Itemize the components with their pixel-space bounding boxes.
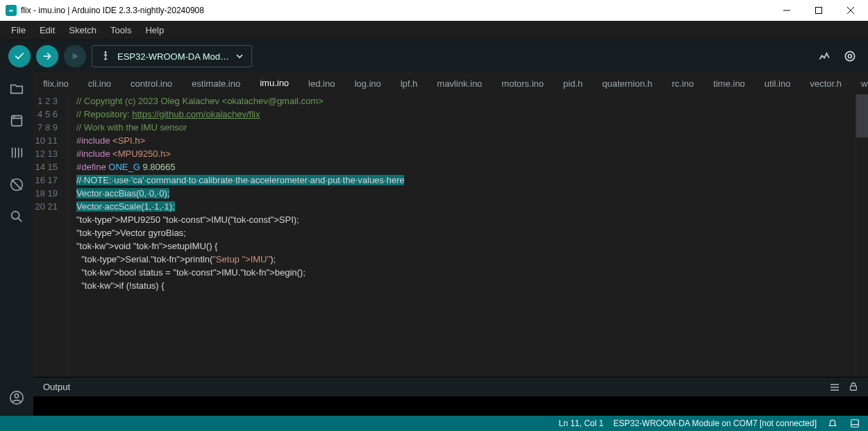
tab-motors[interactable]: motors.ino <box>492 72 553 94</box>
sketchbook-icon[interactable] <box>7 79 26 99</box>
tab-flix[interactable]: flix.ino <box>33 72 78 94</box>
code-editor[interactable]: 1 2 3 4 5 6 7 8 9 10 11 12 13 14 15 16 1… <box>33 94 868 377</box>
svg-rect-9 <box>851 386 857 390</box>
menu-tools[interactable]: Tools <box>105 23 137 37</box>
serial-monitor-button[interactable] <box>840 47 860 66</box>
usb-icon <box>101 51 110 61</box>
debug-icon[interactable] <box>7 175 26 194</box>
toolbar: ESP32-WROOM-DA Mod… <box>0 40 868 72</box>
arduino-logo-icon: ∞ <box>6 5 17 16</box>
tab-quaternion[interactable]: quaternion.h <box>592 72 662 94</box>
svg-rect-0 <box>816 8 822 14</box>
debug-button[interactable] <box>64 45 86 67</box>
tab-pid[interactable]: pid.h <box>553 72 592 94</box>
tab-control[interactable]: control.ino <box>121 72 182 94</box>
library-manager-icon[interactable] <box>7 143 26 162</box>
output-panel-header: Output <box>33 377 868 396</box>
tab-mavlink[interactable]: mavlink.ino <box>427 72 492 94</box>
svg-rect-10 <box>851 420 859 428</box>
status-board[interactable]: ESP32-WROOM-DA Module on COM7 [not conne… <box>613 419 817 428</box>
svg-point-2 <box>845 51 854 60</box>
panel-options-icon[interactable] <box>829 382 840 393</box>
svg-point-1 <box>105 51 106 53</box>
notifications-icon[interactable] <box>826 419 839 428</box>
tab-cli[interactable]: cli.ino <box>78 72 121 94</box>
tab-led[interactable]: led.ino <box>299 72 344 94</box>
tab-time[interactable]: time.ino <box>703 72 755 94</box>
status-cursor[interactable]: Ln 11, Col 1 <box>558 419 603 428</box>
line-gutter: 1 2 3 4 5 6 7 8 9 10 11 12 13 14 15 16 1… <box>33 94 68 377</box>
account-icon[interactable] <box>7 388 26 407</box>
tab-rc[interactable]: rc.ino <box>662 72 704 94</box>
svg-rect-4 <box>12 116 22 126</box>
verify-button[interactable] <box>8 45 31 67</box>
status-bar: Ln 11, Col 1 ESP32-WROOM-DA Module on CO… <box>0 416 868 431</box>
close-panel-icon[interactable] <box>849 419 861 428</box>
code-content[interactable]: // Copyright (c) 2023 Oleg Kalachev <oka… <box>68 94 856 377</box>
serial-plotter-button[interactable] <box>815 47 835 66</box>
menu-sketch[interactable]: Sketch <box>63 23 102 37</box>
menubar: File Edit Sketch Tools Help <box>0 21 868 40</box>
search-icon[interactable] <box>7 207 26 226</box>
panel-lock-icon[interactable] <box>849 382 858 393</box>
boards-manager-icon[interactable] <box>7 111 26 130</box>
menu-help[interactable]: Help <box>140 23 169 37</box>
window-title: flix - imu.ino | Arduino IDE 2.3.3-night… <box>21 6 771 15</box>
window-maximize-button[interactable] <box>803 0 835 21</box>
tab-log[interactable]: log.ino <box>344 72 390 94</box>
activity-bar <box>0 72 33 416</box>
menu-file[interactable]: File <box>6 23 31 37</box>
tab-estimate[interactable]: estimate.ino <box>182 72 250 94</box>
minimap-thumb[interactable] <box>856 94 868 137</box>
tab-util[interactable]: util.ino <box>755 72 801 94</box>
tab-vector[interactable]: vector.h <box>800 72 851 94</box>
menu-edit[interactable]: Edit <box>34 23 60 37</box>
window-titlebar: ∞ flix - imu.ino | Arduino IDE 2.3.3-nig… <box>0 0 868 21</box>
window-minimize-button[interactable] <box>771 0 803 21</box>
output-panel-body[interactable] <box>33 396 868 416</box>
board-selector[interactable]: ESP32-WROOM-DA Mod… <box>92 45 252 67</box>
tab-wifi[interactable]: wifi.ino <box>851 72 868 94</box>
editor-tabs: flix.ino cli.ino control.ino estimate.in… <box>33 72 868 94</box>
window-close-button[interactable] <box>835 0 867 21</box>
svg-point-6 <box>12 212 19 219</box>
svg-point-8 <box>15 394 19 398</box>
board-selector-label: ESP32-WROOM-DA Mod… <box>117 51 229 62</box>
svg-point-3 <box>849 55 852 58</box>
output-panel-title: Output <box>43 382 70 392</box>
tab-lpf[interactable]: lpf.h <box>391 72 428 94</box>
chevron-down-icon <box>236 53 243 60</box>
upload-button[interactable] <box>36 45 58 67</box>
minimap[interactable] <box>856 94 868 377</box>
tab-imu[interactable]: imu.ino <box>250 72 299 94</box>
